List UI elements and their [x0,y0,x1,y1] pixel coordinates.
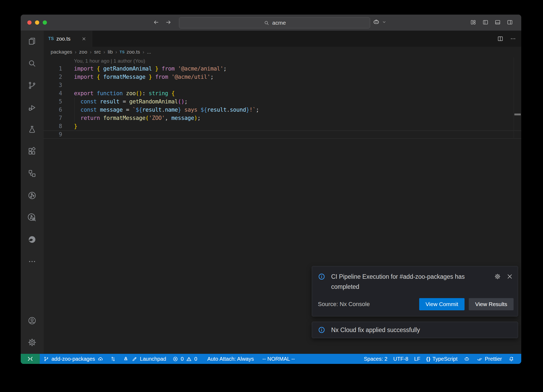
close-tab-icon[interactable] [81,36,87,42]
status-problems[interactable]: 00 [169,354,200,364]
bell-dot-icon [508,355,515,362]
status-label: Spaces: 2 [364,356,387,362]
code-line-8[interactable]: 8} [43,122,521,130]
activity-bar-item-explorer[interactable] [27,37,37,46]
layout-sidebar-right-icon[interactable] [506,19,513,26]
activity-bar-item-run-debug[interactable] [27,103,37,112]
indent-guide [75,98,75,106]
indent-guide [75,106,75,114]
code-line-7[interactable]: 7 return formatMessage('ZOO', message); [43,114,521,122]
activity-bar-item-search[interactable] [27,59,37,68]
traffic-lights [27,20,47,25]
typescript-file-icon: TS [48,36,54,41]
status-label: UTF-8 [393,356,408,362]
forward-arrow-icon[interactable] [165,19,172,26]
code-editor[interactable]: You, 1 hour ago | 1 author (You) 1import… [43,57,521,139]
tab-label: zoo.ts [56,36,70,42]
git-blame-annotation: You, 1 hour ago | 1 author (You) [74,57,521,65]
code-line-6[interactable]: 6 const message = `${result.name} says $… [43,106,521,114]
code-text: import { formatMessage } from '@acme/uti… [74,73,214,81]
status-label: LF [414,356,420,362]
activity-bar-item-nx-console[interactable] [27,191,37,200]
tab-zoo-ts[interactable]: TS zoo.ts [43,31,92,47]
code-line-9[interactable]: 9 [43,130,521,139]
activity-bar-item-account[interactable] [27,316,37,325]
rocket-icon [122,355,129,362]
activity-bar-item-extensions[interactable] [27,147,37,156]
activity-bar-item-more[interactable] [27,257,37,266]
breadcrumb: packages›zoo›src›lib›TSzoo.ts›... [43,47,521,57]
status-eol[interactable]: LF [411,354,423,364]
status-encoding[interactable]: UTF-8 [390,354,411,364]
status-notifications-bell[interactable] [505,354,518,364]
line-number: 3 [43,81,62,89]
error-circle-icon [172,355,179,362]
status-launchpad[interactable]: Launchpad [120,354,169,364]
line-number: 7 [43,114,62,122]
activity-bar-item-hierarchy-view[interactable] [27,169,37,178]
breadcrumb-separator: › [103,49,105,55]
breadcrumb-symbol-ellipsis[interactable]: ... [147,49,151,55]
indent-guide [75,114,75,122]
code-line-2[interactable]: 2import { formatMessage } from '@acme/ut… [43,73,521,81]
copilot-icon [463,355,470,362]
code-line-4[interactable]: 4export function zoo(): string { [43,89,521,98]
chevron-down-icon[interactable] [381,19,388,25]
status-label: add-zoo-packages [51,356,95,362]
pencil-icon [131,355,138,362]
breadcrumb-item-packages[interactable]: packages [51,49,72,55]
remote-icon [27,355,34,362]
command-center-search[interactable]: acme [179,17,370,28]
activity-bar-item-settings[interactable] [27,338,37,347]
status-indentation[interactable]: Spaces: 2 [361,354,390,364]
status-vim-mode[interactable]: -- NORMAL -- [259,354,298,364]
breadcrumb-item-zoo[interactable]: zoo [79,49,87,55]
status-copilot-status[interactable] [461,354,473,364]
line-number: 6 [43,106,62,114]
layout-sidebar-left-icon[interactable] [482,19,489,26]
status-remote-indicator[interactable] [21,354,40,364]
back-arrow-icon[interactable] [153,19,160,26]
activity-bar-item-source-control[interactable] [27,81,37,90]
line-number: 8 [43,122,62,130]
minimize-window-button[interactable] [35,20,39,25]
close-window-button[interactable] [27,20,32,25]
breadcrumb-separator: › [75,49,76,55]
typescript-file-icon: TS [120,50,125,54]
status-formatter[interactable]: Prettier [473,354,505,364]
activity-bar-item-edge-tools[interactable] [27,235,37,244]
breadcrumb-item-src[interactable]: src [94,49,101,55]
status-language-mode[interactable]: {}TypeScript [423,354,460,364]
code-line-5[interactable]: 5 const result = getRandomAnimal(); [43,98,521,106]
status-auto-attach[interactable]: Auto Attach: Always [204,354,257,364]
notification-message: CI Pipeline Execution for #add-zoo-packa… [331,272,482,292]
copilot-icon[interactable] [373,19,380,25]
overview-ruler[interactable] [514,57,521,139]
double-check-icon [476,355,483,362]
status-pipeline-status[interactable] [107,354,120,364]
more-actions-icon[interactable] [510,35,516,42]
status-label: Prettier [485,356,502,362]
breadcrumb-item-lib[interactable]: lib [108,49,113,55]
view-results-button[interactable]: View Results [469,298,514,310]
breadcrumb-file[interactable]: TSzoo.ts [120,49,140,55]
code-line-1[interactable]: 1import { getRandomAnimal } from '@acme/… [43,65,521,73]
zoom-window-button[interactable] [43,20,47,25]
code-text: import { getRandomAnimal } from '@acme/a… [74,65,227,73]
split-editor-icon[interactable] [497,35,504,42]
breadcrumb-separator: › [115,49,117,55]
activity-bar-item-testing[interactable] [27,125,37,134]
braces-icon: {} [426,356,431,362]
activity-bar-item-nx-cloud[interactable] [27,213,37,222]
vscode-window: acme TS zoo.ts [21,15,521,364]
status-branch-status[interactable]: add-zoo-packages [40,354,107,364]
code-line-3[interactable]: 3 [43,81,521,89]
activity-bar [21,31,43,354]
customize-layout-icon[interactable] [470,19,477,26]
close-icon[interactable] [506,273,513,280]
gear-icon[interactable] [494,273,501,280]
line-number: 2 [43,73,62,81]
layout-panel-icon[interactable] [494,19,501,26]
info-icon [318,273,325,280]
view-commit-button[interactable]: View Commit [419,298,465,310]
